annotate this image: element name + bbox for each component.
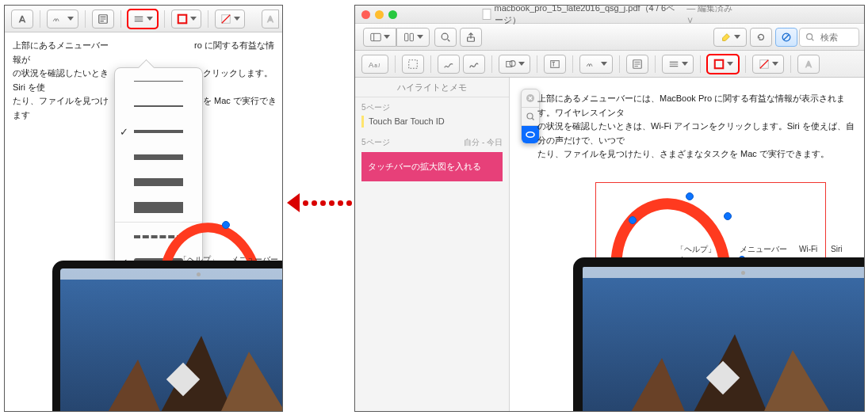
border-color-button[interactable]: [707, 55, 739, 74]
window-zoom-button[interactable]: [388, 10, 397, 19]
separator: [572, 55, 573, 73]
callout-wifi: Wi-Fi: [799, 245, 817, 253]
separator: [619, 55, 620, 73]
note-button[interactable]: [626, 55, 648, 74]
separator: [537, 55, 537, 73]
separator: [790, 55, 791, 73]
search-field[interactable]: [799, 28, 859, 47]
line-weight-5[interactable]: [115, 169, 202, 195]
separator: [85, 10, 86, 28]
search-input[interactable]: [819, 32, 854, 43]
window-title: macbook_pro_15_late2016_qsg_j.pdf（4 / 6ペ…: [495, 5, 681, 26]
sidebar-note-item[interactable]: 5ページ Touch Bar Touch ID: [355, 97, 509, 132]
svg-text:I: I: [378, 62, 380, 67]
shapes-button[interactable]: [499, 55, 530, 74]
svg-rect-20: [551, 60, 560, 67]
signature-button[interactable]: [47, 10, 78, 29]
document-content: 上部にあるメニューバーには、MacBook Pro に関する有益な情報が表示され…: [510, 78, 864, 412]
svg-rect-10: [468, 37, 475, 41]
separator: [655, 55, 656, 73]
checkmark-icon: ✓: [120, 126, 128, 138]
svg-point-19: [510, 60, 515, 66]
separator: [700, 55, 701, 73]
view-mode-button[interactable]: [396, 28, 430, 47]
fill-color-button[interactable]: [215, 10, 245, 29]
svg-point-12: [807, 33, 813, 39]
markup-toggle-button[interactable]: [775, 28, 797, 47]
window-minimize-button[interactable]: [375, 10, 384, 19]
reference-arrow: [287, 187, 350, 219]
line-weight-2[interactable]: [115, 93, 202, 119]
svg-line-13: [812, 38, 813, 40]
rotate-button[interactable]: [750, 28, 772, 47]
text-size-button[interactable]: AaI: [361, 55, 388, 74]
highlight-tool-button[interactable]: [713, 28, 747, 47]
text-style-button[interactable]: [11, 10, 33, 29]
macbook-illustration: [52, 261, 282, 411]
line-weight-4[interactable]: [115, 144, 202, 169]
svg-rect-0: [99, 14, 108, 23]
left-window: 上部にあるメニューバーro に関する有益な情報が の状況を確認したいときをクリッ…: [4, 5, 283, 412]
window-close-button[interactable]: [361, 10, 370, 19]
separator: [115, 222, 202, 223]
share-button[interactable]: [460, 28, 482, 47]
view-sidebar-button[interactable]: [363, 28, 396, 47]
selection-handle[interactable]: [724, 212, 732, 220]
svg-rect-17: [409, 59, 418, 68]
svg-text:a: a: [374, 62, 377, 67]
line-weight-6[interactable]: [115, 195, 202, 220]
highlights-sidebar: ハイライトとメモ 5ページ Touch Bar Touch ID 5ページ 自分…: [355, 78, 510, 412]
line-weight-3[interactable]: ✓: [115, 119, 202, 144]
arrow-head-icon: [287, 193, 300, 212]
selection-handle[interactable]: [686, 192, 694, 200]
callout-siri: Siri: [831, 245, 842, 253]
separator: [395, 55, 396, 73]
line-style-button[interactable]: [662, 55, 694, 74]
markup-toolbar: [5, 6, 282, 32]
fill-color-button[interactable]: [752, 55, 784, 74]
sidebar-note-item[interactable]: 5ページ 自分 - 今日: [355, 132, 509, 152]
preview-window: macbook_pro_15_late2016_qsg_j.pdf（4 / 6ペ…: [354, 5, 865, 412]
left-document-area: 上部にあるメニューバーro に関する有益な情報が の状況を確認したいときをクリッ…: [5, 32, 282, 411]
note-button[interactable]: [92, 10, 114, 29]
window-titlebar: macbook_pro_15_late2016_qsg_j.pdf（4 / 6ペ…: [355, 6, 864, 24]
draw-tool-button[interactable]: [463, 55, 485, 74]
svg-rect-25: [759, 59, 768, 68]
note-meta: 自分 - 今日: [464, 137, 503, 148]
sticky-note[interactable]: タッチバーの拡大図を入れる: [361, 152, 503, 181]
zoom-button[interactable]: [434, 28, 457, 47]
separator: [120, 10, 121, 28]
text-format-button[interactable]: [262, 10, 279, 29]
text-format-button[interactable]: [797, 55, 820, 74]
selection-handle[interactable]: [629, 216, 637, 224]
svg-rect-24: [714, 59, 723, 68]
svg-rect-23: [633, 59, 642, 68]
search-icon: [805, 32, 816, 43]
svg-text:A: A: [369, 59, 374, 68]
macbook-illustration: [573, 257, 864, 412]
line-weight-1[interactable]: [115, 68, 202, 93]
border-color-button[interactable]: [171, 10, 201, 29]
separator: [491, 55, 492, 73]
sidebar-title: ハイライトとメモ: [355, 78, 509, 97]
svg-line-9: [448, 39, 450, 41]
svg-rect-2: [221, 14, 230, 23]
document-status[interactable]: — 編集済み ∨: [686, 5, 736, 26]
line-style-button[interactable]: [128, 10, 158, 29]
markup-toolbar: AaI: [355, 51, 864, 78]
primary-toolbar: [355, 24, 864, 51]
selection-tool-button[interactable]: [402, 55, 424, 74]
svg-rect-18: [506, 61, 511, 67]
svg-rect-6: [404, 33, 407, 40]
note-text: Touch Bar Touch ID: [369, 116, 445, 128]
separator: [40, 10, 40, 28]
sketch-tool-button[interactable]: [438, 55, 460, 74]
svg-line-26: [759, 59, 768, 68]
palette-ellipse-button[interactable]: [522, 125, 539, 143]
selection-handle[interactable]: [222, 221, 230, 229]
text-box-button[interactable]: [544, 55, 566, 74]
svg-point-8: [442, 33, 448, 40]
svg-rect-7: [410, 33, 413, 40]
svg-line-3: [221, 14, 230, 23]
signature-button[interactable]: [579, 55, 613, 74]
